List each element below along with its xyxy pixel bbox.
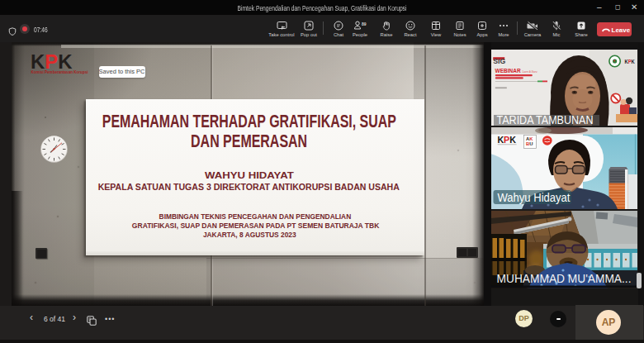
svg-text:BIMBINGAN TEKNIS PENCEGAHAN DA: BIMBINGAN TEKNIS PENCEGAHAN DAN PENGENDA… bbox=[159, 212, 352, 221]
svg-text:MUHAMMAD MU'AMMA...: MUHAMMAD MU'AMMA... bbox=[497, 272, 632, 285]
svg-text:JAKARTA, 8 AGUSTUS 2023: JAKARTA, 8 AGUSTUS 2023 bbox=[203, 231, 296, 239]
svg-text:PEMAHAMAN TERHADAP GRATIFIKASI: PEMAHAMAN TERHADAP GRATIFIKASI, SUAP bbox=[102, 112, 396, 131]
svg-text:TARIDA TAMBUNAN: TARIDA TAMBUNAN bbox=[497, 113, 594, 126]
svg-text:SIG: SIG bbox=[493, 57, 505, 65]
svg-text:89: 89 bbox=[362, 21, 367, 26]
svg-text:WAHYU HIDAYAT: WAHYU HIDAYAT bbox=[205, 170, 294, 180]
svg-text:Learn & Share: Learn & Share bbox=[522, 69, 537, 74]
svg-text:DAN PEMERASAN: DAN PEMERASAN bbox=[191, 131, 307, 151]
svg-text:Wahyu Hidayat: Wahyu Hidayat bbox=[498, 191, 571, 204]
svg-text:KPK: KPK bbox=[497, 135, 516, 145]
svg-text:WEBINAR: WEBINAR bbox=[495, 67, 522, 74]
svg-text:KPK: KPK bbox=[625, 58, 636, 65]
svg-text:BU: BU bbox=[526, 141, 533, 146]
svg-text:KEPALA SATUAN TUGAS 3 DIREKTOR: KEPALA SATUAN TUGAS 3 DIREKTORAT ANTIKOR… bbox=[98, 182, 400, 192]
svg-text:Komisi Pemberantasan Korupsi: Komisi Pemberantasan Korupsi bbox=[31, 69, 89, 74]
svg-text:GRATIFIKASI, SUAP DAN PEMERASA: GRATIFIKASI, SUAP DAN PEMERASAN PADA PT … bbox=[132, 222, 380, 230]
